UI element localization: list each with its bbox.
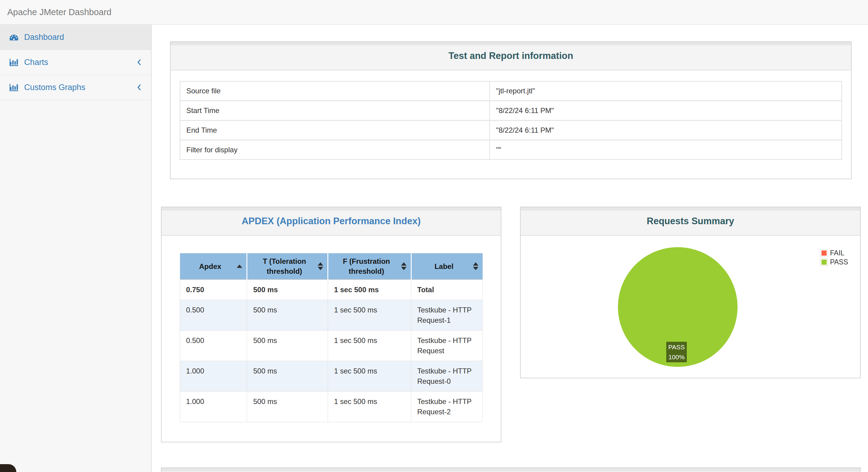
app-title: Apache JMeter Dashboard <box>7 7 112 17</box>
requests-summary-title: Requests Summary <box>647 216 734 227</box>
next-panel-partial <box>161 468 861 472</box>
table-row: End Time "8/22/24 6:11 PM" <box>180 121 842 140</box>
panels-row: APDEX (Application Performance Index) Ap… <box>161 207 861 442</box>
chevron-left-icon <box>136 58 142 67</box>
apdex-title: APDEX (Application Performance Index) <box>242 216 421 227</box>
fail-legend-swatch <box>820 249 828 257</box>
bar-chart-icon <box>9 83 19 92</box>
table-row: 0.750 500 ms 1 sec 500 ms Total <box>180 279 483 300</box>
info-row-value: "jtl-report.jtl" <box>490 81 842 101</box>
legend-label: PASS <box>830 258 848 266</box>
table-row: Start Time "8/22/24 6:11 PM" <box>180 101 842 121</box>
info-row-value: "8/22/24 6:11 PM" <box>490 101 842 121</box>
toleration-value: 500 ms <box>247 392 328 422</box>
info-row-value: "" <box>490 140 842 160</box>
sidebar-item-dashboard[interactable]: Dashboard <box>0 25 151 50</box>
sort-both-icon <box>318 262 323 270</box>
column-header-label: F (Frustration threshold) <box>343 257 390 275</box>
label-column-header[interactable]: Label <box>411 253 482 279</box>
sidebar-item-customs-graphs[interactable]: Customs Graphs <box>0 75 151 100</box>
apdex-panel: APDEX (Application Performance Index) Ap… <box>161 207 501 442</box>
apdex-table: Apdex T (Toleration threshold) F (Frustr… <box>180 253 483 422</box>
sidebar: Dashboard Charts <box>0 25 152 472</box>
pie-label-series: PASS <box>667 342 686 352</box>
requests-summary-chart: PASS 100% FAIL PASS <box>521 236 860 378</box>
frustration-value: 1 sec 500 ms <box>328 331 411 361</box>
pass-legend-swatch <box>820 258 828 266</box>
apdex-value: 0.500 <box>180 300 247 331</box>
request-label: Testkube - HTTP Request-2 <box>411 392 482 422</box>
pie-slice-label: PASS 100% <box>666 342 687 362</box>
legend-label: FAIL <box>830 249 844 257</box>
toleration-value: 500 ms <box>247 361 328 392</box>
column-header-label: Apdex <box>199 262 221 270</box>
table-row: Filter for display "" <box>180 140 842 160</box>
top-navbar: Apache JMeter Dashboard <box>0 0 868 25</box>
test-info-panel-heading: Test and Report information <box>170 42 851 70</box>
toleration-value: 500 ms <box>247 300 328 331</box>
request-label: Testkube - HTTP Request-0 <box>411 361 482 392</box>
sidebar-item-label: Customs Graphs <box>24 83 86 92</box>
apdex-panel-body: Apdex T (Toleration threshold) F (Frustr… <box>162 236 501 442</box>
test-info-panel: Test and Report information Source file … <box>170 41 852 179</box>
column-header-label: T (Toleration threshold) <box>263 257 306 275</box>
table-row: 1.000 500 ms 1 sec 500 ms Testkube - HTT… <box>180 361 483 392</box>
request-label: Testkube - HTTP Request <box>411 331 482 361</box>
table-row: Source file "jtl-report.jtl" <box>180 81 842 101</box>
jmeter-dashboard-app: Apache JMeter Dashboard Dashboard <box>0 0 868 472</box>
sort-both-icon <box>401 262 406 270</box>
toleration-value: 500 ms <box>247 331 328 361</box>
apdex-value: 0.750 <box>180 279 247 300</box>
apdex-value: 1.000 <box>180 361 247 392</box>
column-header-label: Label <box>435 262 454 270</box>
info-row-label: Source file <box>180 81 490 101</box>
request-label: Testkube - HTTP Request-1 <box>411 300 482 331</box>
test-info-table: Source file "jtl-report.jtl" Start Time … <box>180 81 842 160</box>
frustration-column-header[interactable]: F (Frustration threshold) <box>328 253 411 279</box>
chart-legend: FAIL PASS <box>820 249 848 267</box>
frustration-value: 1 sec 500 ms <box>328 361 411 392</box>
sort-asc-icon <box>237 265 242 268</box>
test-info-panel-body: Source file "jtl-report.jtl" Start Time … <box>170 70 851 179</box>
info-row-value: "8/22/24 6:11 PM" <box>490 121 842 140</box>
frustration-value: 1 sec 500 ms <box>328 392 411 422</box>
requests-summary-heading: Requests Summary <box>521 207 860 236</box>
chevron-left-icon <box>136 83 142 92</box>
toleration-value: 500 ms <box>247 279 328 300</box>
frustration-value: 1 sec 500 ms <box>328 300 411 331</box>
sidebar-item-label: Charts <box>24 58 48 67</box>
bar-chart-icon <box>9 58 19 66</box>
apdex-value: 0.500 <box>180 331 247 361</box>
apdex-column-header[interactable]: Apdex <box>180 253 247 279</box>
sort-both-icon <box>473 262 478 270</box>
sidebar-item-charts[interactable]: Charts <box>0 50 151 75</box>
legend-item-pass: PASS <box>820 258 848 266</box>
gauge-icon <box>9 33 19 41</box>
pie-label-percent: 100% <box>667 352 686 362</box>
sidebar-item-label: Dashboard <box>24 33 64 42</box>
info-row-label: End Time <box>180 121 490 140</box>
apdex-panel-heading: APDEX (Application Performance Index) <box>162 207 501 236</box>
frustration-value: 1 sec 500 ms <box>328 279 411 300</box>
table-row: 0.500 500 ms 1 sec 500 ms Testkube - HTT… <box>180 331 483 361</box>
main-layout: Dashboard Charts <box>0 25 868 472</box>
next-panel-heading <box>162 468 860 472</box>
requests-summary-panel: Requests Summary PASS 100% FAIL <box>520 207 861 378</box>
legend-item-fail: FAIL <box>820 249 848 257</box>
table-row: 1.000 500 ms 1 sec 500 ms Testkube - HTT… <box>180 392 483 422</box>
info-row-label: Start Time <box>180 101 490 121</box>
test-info-title: Test and Report information <box>448 51 573 61</box>
apdex-header-row: Apdex T (Toleration threshold) F (Frustr… <box>180 253 483 279</box>
toleration-column-header[interactable]: T (Toleration threshold) <box>247 253 328 279</box>
table-row: 0.500 500 ms 1 sec 500 ms Testkube - HTT… <box>180 300 483 331</box>
info-row-label: Filter for display <box>180 140 490 160</box>
apdex-value: 1.000 <box>180 392 247 422</box>
request-label: Total <box>411 279 482 300</box>
content-area: Test and Report information Source file … <box>152 25 868 472</box>
